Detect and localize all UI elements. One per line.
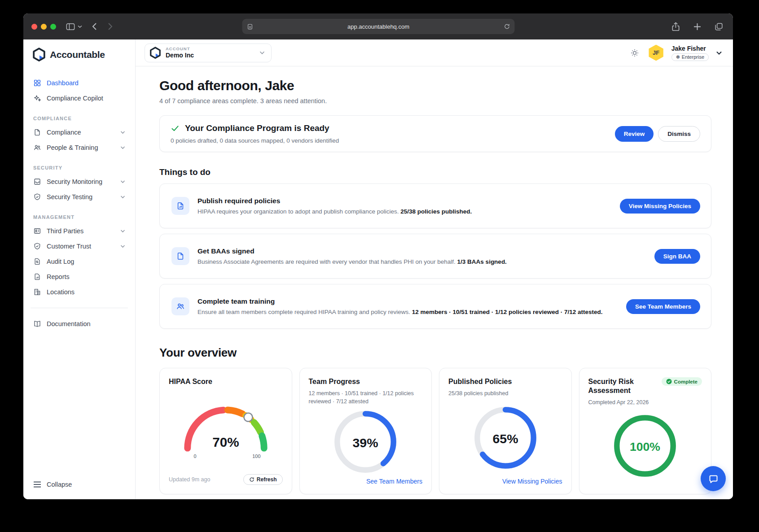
accountable-hexagon-logo-icon [32,48,46,62]
user-name: Jake Fisher [671,45,709,52]
chevron-left-icon [92,22,97,31]
chevron-down-icon [120,146,125,149]
user-menu-chevron-icon[interactable] [716,51,722,55]
minimize-window-button[interactable] [41,24,47,30]
sidebar-item-compliance-copilot[interactable]: Compliance Copilot [29,91,130,106]
donut-value: 100% [630,440,660,453]
sidebar-item-label: Locations [47,288,75,296]
plan-badge-icon: ✻ [676,54,680,60]
brand-wordmark: Accountable [50,49,105,60]
chat-icon [707,473,719,484]
chevron-down-icon [259,51,265,55]
updated-timestamp: Updated 9m ago [169,476,210,483]
sidebar-item-label: Documentation [47,320,91,327]
hamburger-icon [33,481,41,488]
tabs-icon [715,22,723,31]
sidebar-item-customer-trust[interactable]: Customer Trust [29,239,130,254]
document-chart-icon [33,273,41,281]
toggle-sidebar-button[interactable] [64,21,77,32]
refresh-icon [249,477,254,482]
task-title: Get BAAs signed [197,247,507,255]
sidebar-item-label: Security Monitoring [47,178,102,185]
close-window-button[interactable] [31,24,37,30]
reload-icon[interactable] [504,23,510,30]
theme-toggle-button[interactable] [628,47,641,59]
card-title: Team Progress [309,377,423,386]
see-team-members-link[interactable]: See Team Members [366,478,422,485]
sidebar-item-audit-log[interactable]: Audit Log [29,254,130,269]
review-button[interactable]: Review [615,126,654,142]
sidebar-panel-icon [66,23,75,31]
brand-logo[interactable]: Accountable [29,48,130,62]
team-progress-card: Team Progress 12 members · 10/51 trained… [299,368,432,494]
shield-check-icon [33,193,41,201]
status-badge: Complete [662,377,702,386]
sidebar-item-locations[interactable]: Locations [29,284,130,300]
document-search-icon [33,257,41,266]
check-circle-icon [666,379,672,384]
account-switcher[interactable]: ACCOUNT Demo Inc [145,44,272,62]
task-stat: 12 members · 10/51 trained · 1/12 polici… [412,309,603,315]
plan-badge: ✻Enterprise [671,53,709,61]
gauge-value: 70% [212,434,239,449]
traffic-lights [31,24,56,30]
app-header: ACCOUNT Demo Inc JF Jake Fisher ✻Enterpr… [136,39,733,66]
published-policies-card: Published Policies 25/38 policies publis… [439,368,572,494]
page-title: Good afternoon, Jake [159,78,711,93]
dismiss-button[interactable]: Dismiss [658,126,700,142]
share-button[interactable] [670,20,682,33]
gauge-marker[interactable] [244,413,252,421]
new-tab-button[interactable] [692,21,703,32]
refresh-button[interactable]: Refresh [243,474,283,485]
sidebar-item-security-testing[interactable]: Security Testing [29,189,130,205]
sidebar-options-chevron[interactable] [76,23,84,30]
task-description: Business Associate Agreements are requir… [197,258,507,265]
plus-icon [693,23,701,31]
task-body: Complete team training Ensure all team m… [197,297,602,315]
sidebar-section-management: MANAGEMENT [29,214,130,220]
sidebar-item-label: People & Training [47,144,98,151]
sidebar-item-documentation[interactable]: Documentation [29,316,130,331]
view-missing-policies-button[interactable]: View Missing Policies [620,199,700,214]
avatar[interactable]: JF [648,45,664,61]
header-right: JF Jake Fisher ✻Enterprise [628,45,722,61]
zoom-window-button[interactable] [50,24,56,30]
risk-circle-chart: 100% [588,406,702,485]
chevron-down-icon [120,195,125,199]
sidebar-item-dashboard[interactable]: Dashboard [29,75,130,91]
check-icon [171,124,180,133]
tab-overview-button[interactable] [713,21,725,33]
sign-baa-button[interactable]: Sign BAA [654,249,700,264]
card-title: Security Risk Assessment [588,377,656,395]
hipaa-score-card: HIPAA Score 70% 0 100 [159,368,292,494]
sidebar-item-compliance[interactable]: Compliance [29,125,130,140]
document-icon [33,128,41,136]
sidebar-item-reports[interactable]: Reports [29,269,130,284]
browser-chrome: app.accountablehq.com [23,13,733,39]
id-card-icon [33,227,41,235]
task-icon-wrap [171,297,189,315]
sidebar-item-people-training[interactable]: People & Training [29,140,130,155]
hipaa-card-footer: Updated 9m ago Refresh [169,474,283,485]
task-icon-wrap [171,247,189,265]
url-text: app.accountablehq.com [253,23,504,30]
avatar-initials: JF [653,49,659,56]
view-missing-policies-link[interactable]: View Missing Policies [502,478,562,485]
task-description-text: Business Associate Agreements are requir… [197,258,456,265]
page-settings-icon [246,23,253,30]
sidebar-item-label: Security Testing [47,193,92,201]
task-title: Publish required policies [197,197,472,205]
account-meta: ACCOUNT Demo Inc [166,47,194,59]
back-button[interactable] [90,21,99,32]
sidebar-collapse-button[interactable]: Collapse [29,477,130,492]
sidebar-item-security-monitoring[interactable]: Security Monitoring [29,174,130,189]
forward-button[interactable] [106,21,114,32]
sidebar-item-third-parties[interactable]: Third Parties [29,223,130,239]
see-team-members-button[interactable]: See Team Members [626,299,700,314]
sidebar-item-label: Compliance Copilot [47,95,103,102]
people-icon [176,302,185,311]
address-bar[interactable]: app.accountablehq.com [242,19,514,34]
account-name: Demo Inc [166,52,194,59]
sidebar-section-compliance: COMPLIANCE [29,116,130,121]
chat-fab-button[interactable] [701,466,726,491]
